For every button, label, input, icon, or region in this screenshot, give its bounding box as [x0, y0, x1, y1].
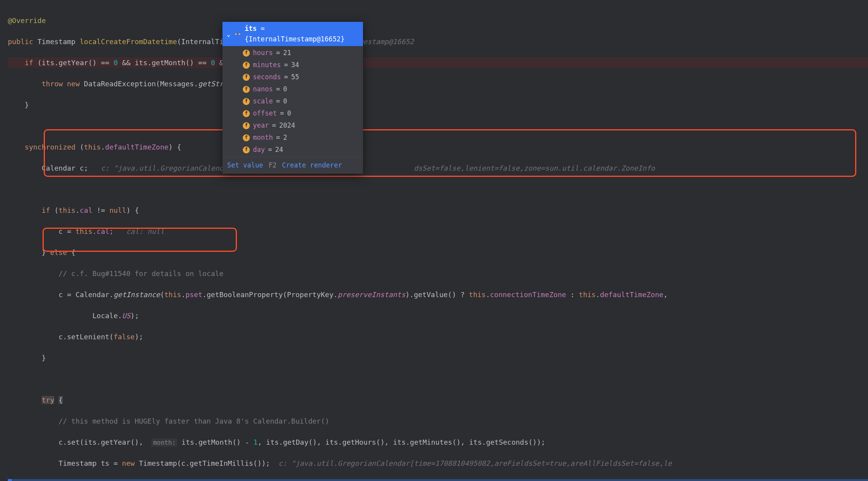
num-zero1: 0: [114, 59, 118, 67]
ne: !=: [92, 206, 109, 214]
kw-this6: this: [579, 290, 596, 299]
field-value: 2: [283, 132, 287, 143]
type-locale: Locale: [92, 312, 118, 320]
debug-popup-header[interactable]: ⌄ 👓 its = {InternalTimestamp@16652}: [222, 22, 363, 46]
field-name: scale: [253, 96, 273, 107]
field-value: 24: [275, 144, 283, 155]
field-pset: pset: [185, 290, 202, 299]
debug-field-row[interactable]: fmonth=2: [222, 132, 363, 144]
method-getinstance: getInstance: [114, 290, 160, 299]
field-value: 55: [291, 72, 299, 82]
set-value-link[interactable]: Set value: [227, 160, 263, 171]
colon: :: [566, 290, 579, 299]
inline-hint-c1b: dsSet=false,lenient=false,zone=sun.util.…: [414, 164, 655, 172]
cset1: c.set(its.getYear(),: [59, 438, 148, 446]
kw-new2: new: [122, 459, 135, 467]
field-icon: f: [243, 110, 250, 117]
field-value: 0: [283, 96, 287, 107]
field-dtz: defaultTimeZone: [105, 143, 169, 151]
field-icon: f: [243, 50, 250, 57]
field-icon: f: [243, 74, 250, 81]
debug-field-row[interactable]: fyear=2024: [222, 119, 363, 132]
ts-decl: Timestamp ts =: [59, 459, 122, 467]
field-us: US: [122, 312, 131, 320]
inline-hint-cal: cal: null: [126, 227, 164, 235]
field-icon: f: [243, 146, 250, 153]
hint-month: month:: [151, 438, 177, 447]
c-eq1: c =: [59, 227, 75, 235]
kw-this2: this: [59, 206, 75, 214]
debug-variable-popup[interactable]: ⌄ 👓 its = {InternalTimestamp@16652} fhou…: [222, 22, 363, 174]
method-setlenient: setLenient: [67, 333, 109, 341]
field-cal2: .cal;: [92, 227, 114, 235]
debug-field-row[interactable]: fseconds=55: [222, 71, 363, 83]
kw-false: false: [114, 333, 135, 341]
debug-field-row[interactable]: fhours=21: [222, 47, 363, 59]
annotation-override: @Override: [8, 16, 46, 25]
type-calendar: Calendar: [42, 164, 76, 172]
field-icon: f: [243, 134, 250, 141]
field-dtz2: defaultTimeZone: [600, 290, 663, 299]
method-getbool: .getBooleanProperty(PropertyKey.: [203, 290, 338, 299]
chevron-down-icon[interactable]: ⌄: [226, 29, 231, 39]
field-icon: f: [243, 122, 250, 129]
kw-this3: this: [75, 227, 92, 235]
field-icon: f: [243, 86, 250, 93]
field-icon: f: [243, 62, 250, 69]
field-name: minutes: [253, 60, 281, 70]
field-name: seconds: [253, 72, 281, 82]
kw-sync: synchronized: [25, 143, 75, 151]
type-calendar2: Calendar: [75, 290, 109, 299]
kw-new1: new: [67, 80, 80, 88]
kw-if: if: [25, 59, 33, 67]
return-type: Timestamp: [37, 37, 76, 46]
kw-this4: this: [164, 290, 181, 299]
kw-try: try: [42, 396, 55, 404]
debug-fields-list: fhours=21 fminutes=34 fseconds=55 fnanos…: [222, 46, 363, 157]
var-c-decl: c;: [75, 164, 88, 172]
kw-public: public: [8, 37, 33, 46]
field-name: hours: [253, 48, 273, 58]
debug-var-value: = {InternalTimestamp@16652}: [245, 25, 345, 43]
watch-icon: 👓: [234, 29, 242, 39]
kw-throw: throw: [42, 80, 63, 88]
ts-new: Timestamp(c.getTimeInMillis());: [135, 459, 270, 467]
field-value: 21: [283, 48, 291, 58]
method-getval: ).getValue() ?: [406, 290, 469, 299]
debug-field-row[interactable]: fnanos=0: [222, 83, 363, 95]
kw-this5: this: [469, 290, 486, 299]
kw-if2: if: [42, 206, 50, 214]
field-name: year: [253, 120, 269, 131]
create-renderer-link[interactable]: Create renderer: [282, 160, 342, 171]
debug-field-row[interactable]: fminutes=34: [222, 59, 363, 71]
cset3: , its.getDay(), its.getHours(), its.getM…: [258, 438, 545, 446]
kw-this1: this: [84, 143, 101, 151]
field-name: offset: [253, 108, 277, 119]
field-name: month: [253, 132, 273, 143]
num-zero2: 0: [211, 59, 215, 67]
debug-field-row[interactable]: fday=24: [222, 144, 363, 156]
class-dre: DataReadException: [84, 80, 156, 88]
debug-field-row[interactable]: foffset=0: [222, 107, 363, 119]
field-value: 2024: [279, 120, 295, 131]
debug-var-name: its: [245, 25, 257, 32]
field-value: 34: [291, 60, 299, 70]
field-name: day: [253, 144, 265, 155]
field-name: nanos: [253, 84, 273, 94]
comment-bug: // c.f. Bug#11540 for details on locale: [59, 269, 224, 278]
field-icon: f: [243, 98, 250, 105]
num-one: 1: [253, 438, 258, 446]
comment-huge: // this method is HUGEly faster than Jav…: [59, 417, 329, 425]
execution-pointer: [8, 479, 12, 481]
cond-part2: && its.getMonth() ==: [118, 59, 211, 67]
enum-preserve: preserveInstants: [338, 290, 405, 299]
keyboard-shortcut: F2: [269, 160, 276, 171]
field-ctz: connectionTimeZone: [490, 290, 566, 299]
code-editor[interactable]: @Override public Timestamp localCreateFr…: [0, 0, 868, 481]
c-eq2: c =: [59, 290, 75, 299]
cset2: its.getMonth() -: [177, 438, 253, 446]
class-messages: Messages: [160, 80, 194, 88]
kw-else: else: [50, 248, 67, 257]
debug-field-row[interactable]: fscale=0: [222, 95, 363, 107]
cond-part1: (its.getYear() ==: [37, 59, 114, 67]
